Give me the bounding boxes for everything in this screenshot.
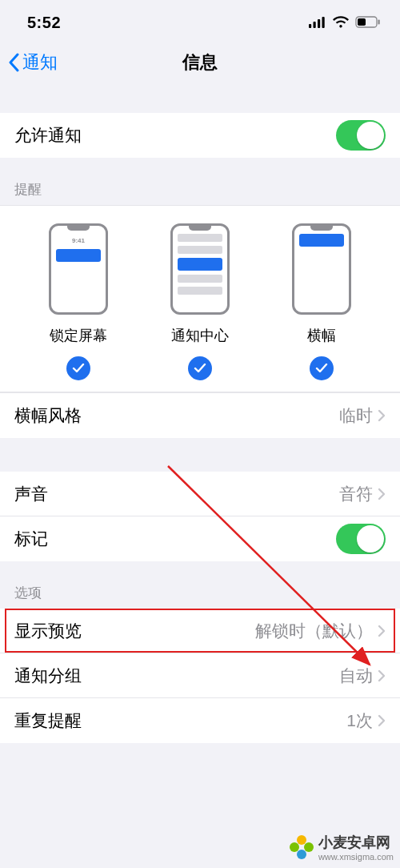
- grouping-value: 自动: [339, 665, 373, 687]
- status-bar: 5:52: [0, 0, 400, 40]
- grouping-label: 通知分组: [14, 665, 82, 687]
- status-time: 5:52: [27, 14, 61, 32]
- sound-badge-group: 声音 音符 标记: [0, 472, 400, 561]
- chevron-right-icon: [378, 669, 386, 682]
- check-icon: [310, 356, 334, 380]
- svg-rect-1: [314, 22, 316, 28]
- chevron-right-icon: [378, 625, 386, 637]
- repeat-row[interactable]: 重复提醒 1次: [0, 698, 400, 743]
- chevron-right-icon: [378, 488, 386, 500]
- svg-rect-5: [358, 18, 366, 26]
- alerts-header: 提醒: [0, 158, 400, 205]
- alert-lock-screen[interactable]: 9:41 锁定屏幕: [30, 223, 126, 380]
- check-icon: [66, 356, 90, 380]
- banner-style-label: 横幅风格: [14, 404, 82, 427]
- check-icon: [188, 356, 212, 380]
- options-group: 显示预览 解锁时（默认） 通知分组 自动 重复提醒 1次: [0, 609, 400, 743]
- watermark-icon: [290, 835, 314, 859]
- notification-center-icon: [170, 223, 230, 315]
- chevron-left-icon: [7, 53, 20, 72]
- grouping-row[interactable]: 通知分组 自动: [0, 653, 400, 698]
- options-header: 选项: [0, 561, 400, 609]
- alert-banner[interactable]: 横幅: [274, 223, 370, 380]
- watermark: 小麦安卓网 www.xmsigma.com: [290, 833, 394, 862]
- alert-label: 横幅: [307, 326, 336, 345]
- allow-group: 允许通知: [0, 113, 400, 158]
- nav-bar: 通知 信息: [0, 40, 400, 85]
- badges-label: 标记: [14, 528, 48, 550]
- svg-rect-6: [378, 19, 380, 24]
- alerts-group: 9:41 锁定屏幕 通知中心 横幅: [0, 205, 400, 392]
- banner-style-group: 横幅风格 临时: [0, 392, 400, 438]
- alert-notification-center[interactable]: 通知中心: [152, 223, 248, 380]
- svg-rect-2: [318, 19, 320, 28]
- wifi-icon: [332, 14, 350, 32]
- badges-toggle[interactable]: [336, 524, 386, 554]
- banner-style-value: 临时: [339, 404, 373, 427]
- sounds-value: 音符: [339, 483, 373, 505]
- banner-style-row[interactable]: 横幅风格 临时: [0, 393, 400, 438]
- show-previews-value: 解锁时（默认）: [255, 620, 373, 642]
- chevron-right-icon: [378, 409, 386, 422]
- show-previews-row[interactable]: 显示预览 解锁时（默认）: [0, 609, 400, 653]
- banner-icon: [292, 223, 351, 315]
- svg-rect-0: [309, 24, 311, 28]
- allow-toggle[interactable]: [336, 120, 386, 151]
- battery-icon: [355, 14, 381, 32]
- status-indicators: [309, 14, 381, 32]
- watermark-title: 小麦安卓网: [318, 834, 390, 850]
- alert-label: 锁定屏幕: [50, 326, 107, 345]
- cellular-icon: [309, 14, 326, 32]
- allow-notifications-row: 允许通知: [0, 113, 400, 158]
- alert-label: 通知中心: [171, 326, 229, 345]
- watermark-url: www.xmsigma.com: [318, 852, 394, 862]
- back-button[interactable]: 通知: [7, 50, 58, 74]
- repeat-value: 1次: [346, 709, 373, 732]
- allow-label: 允许通知: [14, 124, 82, 147]
- lock-screen-icon: 9:41: [49, 223, 108, 315]
- sounds-row[interactable]: 声音 音符: [0, 472, 400, 516]
- badges-row: 标记: [0, 516, 400, 561]
- svg-rect-3: [322, 17, 325, 28]
- page-title: 信息: [0, 50, 400, 74]
- repeat-label: 重复提醒: [14, 709, 82, 732]
- back-label: 通知: [22, 50, 58, 74]
- show-previews-label: 显示预览: [14, 620, 82, 642]
- sounds-label: 声音: [14, 483, 48, 505]
- chevron-right-icon: [378, 714, 386, 727]
